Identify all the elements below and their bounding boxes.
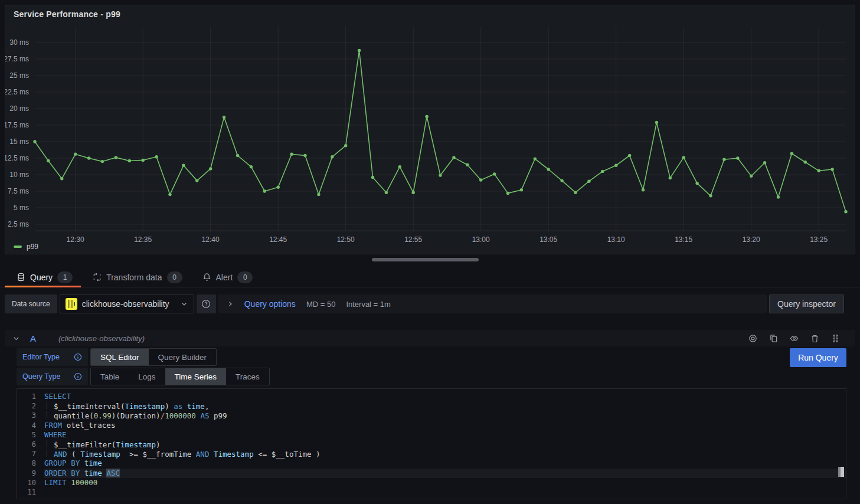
- data-point: [479, 178, 482, 181]
- line-number: 10: [17, 478, 36, 487]
- eye-icon[interactable]: [790, 334, 799, 343]
- indent-guide: [47, 411, 54, 418]
- sql-token: AND: [196, 450, 210, 459]
- x-tick-label: 13:25: [810, 235, 828, 244]
- sql-token: LIMIT: [44, 478, 67, 487]
- code-line[interactable]: 3quantile(0.99)(Duration)/1000000 AS p99: [17, 411, 846, 420]
- query-inspector-button[interactable]: Query inspector: [769, 294, 844, 313]
- line-number: 8: [17, 459, 36, 468]
- code-line[interactable]: 4FROM otel_traces: [17, 421, 846, 430]
- legend-swatch: [14, 246, 22, 248]
- data-point: [250, 165, 253, 168]
- sql-token: time: [80, 469, 102, 477]
- y-tick-label: 30 ms: [9, 38, 29, 47]
- query-type-traces[interactable]: Traces: [226, 368, 269, 385]
- query-options-link[interactable]: Query options: [244, 299, 296, 309]
- x-tick-label: 12:40: [202, 235, 220, 244]
- code-line[interactable]: 6$__timeFilter(Timestamp): [17, 440, 846, 449]
- record-circle-icon[interactable]: [748, 334, 757, 343]
- tab-transform-data[interactable]: Transform data 0: [81, 267, 190, 287]
- data-point: [439, 174, 442, 176]
- tab-label: Transform data: [106, 273, 162, 282]
- panel-title: Service Performance - p99: [14, 9, 120, 19]
- line-number: 2: [17, 401, 36, 411]
- query-type-label-text: Query Type: [22, 372, 60, 381]
- code-line[interactable]: 7AND ( Timestamp >= $__fromTime AND Time…: [17, 449, 846, 459]
- sql-token: ): [312, 450, 321, 459]
- code-line[interactable]: 2$__timeInterval(Timestamp) as time,: [17, 401, 846, 411]
- x-tick-label: 12:45: [269, 235, 287, 244]
- query-type-row: Query Type Table Logs Time Series Traces: [17, 368, 270, 385]
- data-point: [614, 164, 617, 167]
- data-point: [763, 161, 766, 164]
- x-tick-label: 12:30: [67, 235, 84, 244]
- tab-alert[interactable]: Alert 0: [191, 267, 261, 287]
- legend-item-p99[interactable]: p99: [14, 243, 38, 251]
- data-point: [47, 159, 50, 162]
- timeseries-chart[interactable]: 30 ms27.5 ms25 ms22.5 ms20 ms17.5 ms15 m…: [5, 5, 856, 255]
- data-point: [642, 188, 645, 191]
- data-point: [534, 157, 537, 160]
- code-text: SELECT: [44, 392, 846, 401]
- data-point: [790, 152, 793, 155]
- query-options-md: MD = 50: [306, 300, 336, 309]
- query-type-logs[interactable]: Logs: [129, 368, 165, 385]
- tab-query[interactable]: Query 1: [5, 267, 81, 287]
- query-options-interval: Interval = 1m: [346, 300, 391, 309]
- editor-type-query-builder[interactable]: Query Builder: [149, 349, 217, 365]
- query-type-time-series[interactable]: Time Series: [165, 368, 227, 385]
- chevron-down-icon[interactable]: [12, 334, 21, 343]
- sql-code-editor[interactable]: 1SELECT2$__timeInterval(Timestamp) as ti…: [17, 388, 846, 499]
- line-number: 4: [17, 421, 36, 430]
- editor-cursor-marker: [838, 467, 844, 477]
- x-tick-label: 13:10: [607, 235, 625, 244]
- y-tick-label: 15 ms: [9, 138, 29, 146]
- trash-icon[interactable]: [810, 334, 819, 343]
- chevron-down-icon: [180, 300, 188, 308]
- info-circle-icon[interactable]: [74, 353, 82, 361]
- panel-scrollbar[interactable]: [372, 258, 479, 261]
- code-line[interactable]: 11: [17, 487, 846, 497]
- y-tick-label: 25 ms: [9, 71, 29, 80]
- data-point: [195, 179, 198, 182]
- data-point: [236, 154, 239, 157]
- tab-count-badge: 0: [167, 271, 182, 283]
- data-point: [303, 154, 306, 157]
- code-line[interactable]: 5WHERE: [17, 430, 846, 440]
- sql-token: [209, 450, 214, 459]
- editor-type-sql-editor[interactable]: SQL Editor: [91, 349, 149, 365]
- editor-tabbar: Query 1 Transform data 0 Alert 0: [0, 267, 860, 287]
- query-type-table[interactable]: Table: [91, 368, 129, 385]
- data-point: [844, 210, 847, 213]
- y-tick-label: 20 ms: [9, 104, 29, 113]
- data-point: [628, 154, 631, 157]
- code-line[interactable]: 10LIMIT 100000: [17, 478, 846, 487]
- datasource-value: clickhouse-observability: [82, 299, 169, 309]
- line-number: 11: [17, 487, 36, 497]
- code-line[interactable]: 8GROUP BY time: [17, 459, 846, 468]
- series-line: [35, 50, 846, 211]
- editor-type-row: Editor Type SQL Editor Query Builder: [17, 348, 217, 366]
- tab-label: Alert: [216, 273, 233, 282]
- tab-count-badge: 1: [57, 271, 73, 283]
- data-point: [385, 191, 388, 194]
- drag-handle-icon[interactable]: [831, 334, 840, 343]
- run-query-button[interactable]: Run Query: [790, 348, 846, 367]
- sql-token: AS: [196, 411, 210, 420]
- data-point: [371, 176, 374, 179]
- sql-token: $__timeInterval(: [54, 402, 125, 411]
- code-text: GROUP BY time: [44, 459, 846, 468]
- query-row-header[interactable]: A (clickhouse-observability): [5, 330, 855, 346]
- datasource-help-button[interactable]: [197, 294, 216, 313]
- code-line[interactable]: 1SELECT: [17, 392, 846, 401]
- query-options-toggle[interactable]: Query options MD = 50 Interval = 1m: [218, 294, 767, 313]
- sql-token: GROUP BY: [44, 459, 80, 467]
- data-point: [750, 175, 753, 178]
- x-tick-label: 12:35: [134, 235, 152, 244]
- code-text: $__timeFilter(Timestamp): [44, 440, 846, 449]
- datasource-select[interactable]: clickhouse-observability: [60, 294, 194, 313]
- duplicate-icon[interactable]: [769, 334, 778, 343]
- data-point: [412, 191, 415, 194]
- code-line[interactable]: 9ORDER BY time ASC: [17, 469, 846, 478]
- info-circle-icon[interactable]: [74, 372, 82, 381]
